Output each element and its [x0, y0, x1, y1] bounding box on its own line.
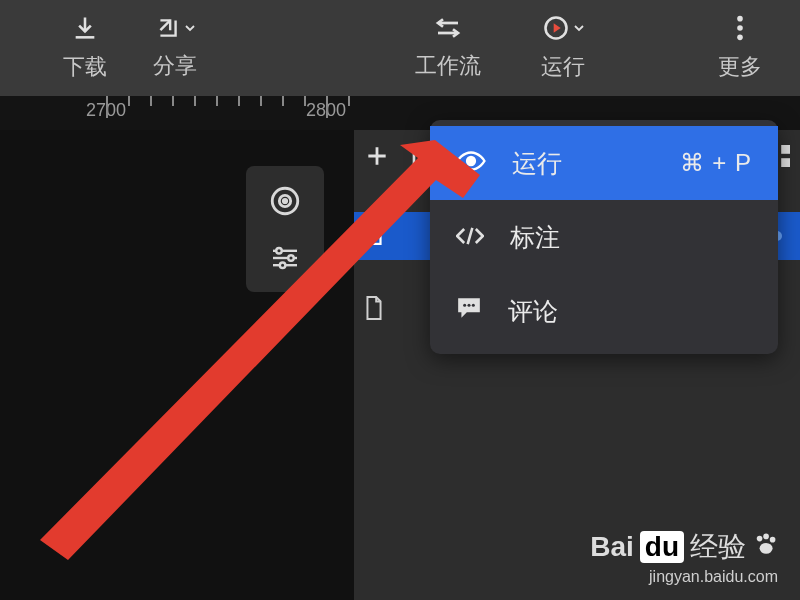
canvas[interactable] — [0, 130, 354, 600]
svg-rect-10 — [414, 145, 426, 167]
share-label: 分享 — [153, 51, 197, 81]
svg-point-6 — [283, 199, 286, 202]
download-button[interactable]: 下载 — [40, 14, 130, 82]
target-icon[interactable] — [268, 184, 302, 222]
svg-point-17 — [463, 304, 466, 307]
more-button[interactable]: 更多 — [695, 14, 785, 82]
svg-point-7 — [276, 248, 282, 254]
menu-item-label: 评论 — [508, 295, 558, 328]
share-button[interactable]: 分享 — [130, 14, 220, 82]
watermark-url: jingyan.baidu.com — [590, 568, 778, 586]
svg-point-9 — [280, 262, 286, 268]
svg-point-24 — [760, 542, 773, 553]
download-label: 下载 — [63, 52, 107, 82]
menu-shortcut: ⌘ + P — [680, 149, 752, 177]
document-icon — [364, 296, 384, 324]
add-icon[interactable] — [364, 143, 390, 173]
svg-point-19 — [472, 304, 475, 307]
top-toolbar: 下载 分享 工作流 运行 — [0, 0, 800, 96]
context-menu: 运行 ⌘ + P 标注 评论 — [430, 120, 778, 354]
sliders-icon[interactable] — [270, 246, 300, 274]
workflow-button[interactable]: 工作流 — [388, 14, 508, 82]
svg-point-23 — [770, 536, 776, 542]
svg-point-22 — [763, 533, 769, 539]
paw-icon — [752, 531, 778, 564]
menu-item-label: 标注 — [510, 221, 560, 254]
svg-point-16 — [467, 157, 475, 165]
rect-icon[interactable] — [412, 144, 428, 172]
watermark: Bai du 经验 jingyan.baidu.com — [590, 528, 778, 586]
menu-item-run[interactable]: 运行 ⌘ + P — [430, 126, 778, 200]
workflow-icon — [433, 15, 463, 41]
comment-icon — [456, 296, 482, 326]
svg-rect-15 — [370, 224, 381, 244]
watermark-du: du — [640, 531, 684, 563]
menu-item-comment[interactable]: 评论 — [430, 274, 778, 348]
svg-point-2 — [737, 25, 743, 31]
menu-item-label: 运行 — [512, 147, 562, 180]
svg-point-18 — [467, 304, 470, 307]
run-label: 运行 — [541, 52, 585, 82]
workflow-label: 工作流 — [415, 51, 481, 81]
vertical-tool-panel — [246, 166, 324, 292]
svg-point-21 — [757, 535, 763, 541]
toolbar-left-group: 下载 分享 — [40, 14, 220, 82]
run-button[interactable]: 运行 — [508, 14, 618, 82]
svg-point-3 — [737, 35, 743, 41]
more-icon — [736, 14, 744, 42]
toolbar-right-group: 更多 — [695, 14, 785, 82]
watermark-bai: Bai — [590, 531, 634, 563]
code-icon — [456, 223, 484, 252]
layer-rect-icon — [368, 223, 382, 249]
svg-point-8 — [288, 255, 294, 261]
menu-item-annotate[interactable]: 标注 — [430, 200, 778, 274]
share-icon — [155, 15, 195, 41]
more-label: 更多 — [718, 52, 762, 82]
svg-point-1 — [737, 16, 743, 22]
eye-icon — [456, 149, 486, 178]
watermark-suffix: 经验 — [690, 528, 746, 566]
run-icon — [542, 14, 584, 42]
toolbar-mid-group: 工作流 运行 — [388, 14, 618, 82]
svg-rect-14 — [781, 158, 790, 167]
download-icon — [71, 14, 99, 42]
svg-rect-12 — [781, 145, 790, 154]
